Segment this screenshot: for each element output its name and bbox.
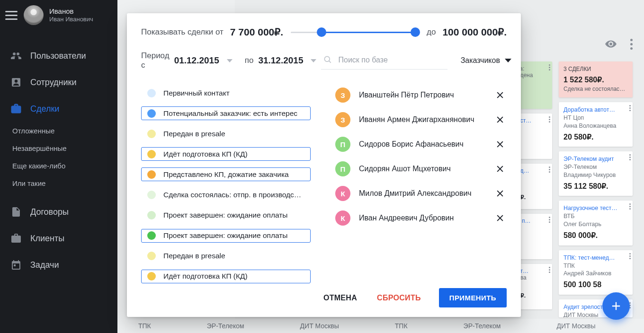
- stage-label: Представлено КП, дожатие закачика: [163, 170, 289, 179]
- period-to-label: по: [245, 56, 254, 65]
- deal-card[interactable]: Нагрузочное тест… ВТБ Олег Болтарь 580 0…: [559, 201, 633, 245]
- nav-tasks[interactable]: Задачи: [0, 252, 117, 278]
- card-more-icon[interactable]: [549, 217, 550, 223]
- person-row: ЗИванштейн Пётр Петрович: [335, 86, 505, 104]
- nav-clients[interactable]: Клиенты: [0, 225, 117, 252]
- search-input[interactable]: [321, 52, 447, 70]
- remove-person-icon[interactable]: [495, 164, 505, 174]
- sidebar-header: Иванов Иван Иванович: [0, 0, 117, 30]
- reset-button[interactable]: СБРОСИТЬ: [375, 289, 423, 307]
- user-last-name: Иванов: [49, 7, 93, 16]
- date-range-row: Период с 01.12.2015 по 31.12.2015: [141, 51, 316, 70]
- slider-thumb-from[interactable]: [318, 28, 325, 36]
- deal-owner: Олег Болтарь: [564, 220, 628, 228]
- stage-chip[interactable]: Проект завершен: ожидание оплаты: [141, 209, 311, 222]
- card-more-icon[interactable]: [549, 116, 550, 123]
- nav-tasks-label: Задачи: [30, 260, 59, 270]
- card-more-icon[interactable]: [549, 64, 550, 70]
- subnav-item-1[interactable]: Незавершённые: [0, 140, 117, 157]
- period-from-label: Период с: [141, 51, 170, 70]
- deal-owner: Анна Воложанцева: [564, 122, 628, 130]
- stage-label: Первичный контакт: [163, 89, 230, 97]
- slider-thumb-to[interactable]: [411, 28, 419, 36]
- subnav-item-2[interactable]: Еще какие-либо: [0, 157, 117, 175]
- stage-color-dot: [147, 130, 156, 138]
- deal-owner: Владимир Чикуров: [564, 171, 628, 179]
- stage-color-dot: [147, 191, 156, 199]
- deal-card[interactable]: ТПК: тест-менед… ТПК Андрей Зайчиков 500…: [559, 250, 633, 295]
- nav-users-label: Пользователи: [30, 51, 86, 61]
- stage-chip[interactable]: Идёт подготовка КП (КД): [141, 270, 311, 283]
- stage-chip[interactable]: Проект завершен: ожидание оплаты: [141, 229, 311, 243]
- stage-label: Потенциальный заказчик: есть интерес: [163, 109, 297, 118]
- fab-add[interactable]: [602, 292, 630, 320]
- stage-label: Передан в presale: [163, 130, 225, 138]
- remove-person-icon[interactable]: [495, 115, 505, 124]
- period-to-value[interactable]: 31.12.2015: [258, 55, 303, 66]
- apply-button[interactable]: ПРИМЕНИТЬ: [439, 288, 507, 307]
- svg-point-1: [15, 79, 18, 82]
- amount-slider[interactable]: [291, 26, 419, 39]
- card-more-icon[interactable]: [629, 154, 631, 160]
- person-icon: [10, 77, 22, 88]
- stage-chip[interactable]: Представлено КП, дожатие закачика: [141, 167, 311, 181]
- remove-person-icon[interactable]: [495, 213, 505, 223]
- nav-employees[interactable]: Сотрудники: [0, 69, 117, 96]
- search-row: Заказчиков: [321, 52, 511, 70]
- avatar[interactable]: [24, 5, 44, 25]
- person-row: ПСидоров Борис Афанасьевич: [335, 135, 505, 153]
- period-from-value[interactable]: 01.12.2015: [174, 55, 219, 66]
- footer-client: ДИТ Москвы: [556, 322, 595, 330]
- summary-card[interactable]: 3 СДЕЛКИ 1 522 580₽. Сделка не состоялас…: [559, 61, 633, 97]
- subnav-item-3[interactable]: Или такие: [0, 175, 117, 192]
- deal-card[interactable]: ЭР-Телеком аудит ЭР-Телеком Владимир Чик…: [559, 151, 633, 196]
- remove-person-icon[interactable]: [495, 90, 505, 100]
- chevron-down-icon[interactable]: [311, 59, 316, 62]
- stage-chip[interactable]: Сделка состоялась: отпр. в производство: [141, 188, 311, 202]
- stage-chip[interactable]: Передан в presale: [141, 249, 311, 263]
- amount-range-row: Показывать сделки от 7 700 000₽. до 100 …: [141, 26, 507, 39]
- person-row: ПСидорян Ашот Мцхетович: [335, 160, 505, 178]
- cards-column-6: 3 СДЕЛКИ 1 522 580₽. Сделка не состоялас…: [559, 61, 633, 317]
- card-more-icon[interactable]: [629, 203, 631, 210]
- person-name: Милов Дмитрий Александрович: [359, 189, 487, 198]
- subnav-item-0[interactable]: Отложенные: [0, 122, 117, 140]
- deal-amount: 35 112 580₽.: [564, 181, 628, 192]
- card-more-icon[interactable]: [549, 166, 550, 173]
- more-icon[interactable]: [630, 39, 633, 50]
- nav-users[interactable]: Пользователи: [0, 43, 117, 69]
- search-icon: [323, 55, 332, 67]
- footer-client: ДИТ Москвы: [300, 322, 339, 330]
- person-row: КМилов Дмитрий Александрович: [335, 184, 505, 202]
- deal-amount: 20 580₽.: [564, 132, 628, 142]
- nav-deals-subnav: Отложенные Незавершённые Еще какие-либо …: [0, 122, 117, 199]
- deal-client: ЭР-Телеком: [564, 163, 628, 171]
- person-avatar: З: [335, 112, 350, 127]
- stage-chip[interactable]: Передан в presale: [141, 127, 311, 140]
- card-more-icon[interactable]: [549, 267, 550, 273]
- deal-card[interactable]: Доработка автот… НТ Цоп Анна Воложанцева…: [559, 102, 633, 147]
- cancel-button[interactable]: ОТМЕНА: [322, 289, 359, 307]
- nav-deals[interactable]: Сделки: [0, 96, 117, 122]
- footer-client: ЭР-Телеком: [464, 322, 501, 330]
- search-target-select[interactable]: Заказчиков: [461, 56, 511, 65]
- hamburger-icon[interactable]: [5, 9, 18, 22]
- person-name: Иван Андреевич Дубровин: [359, 214, 487, 222]
- card-more-icon[interactable]: [629, 105, 631, 111]
- board-footer-clients: ТПК ЭР-Телеком ДИТ Москвы ТПК ЭР-Телеком…: [117, 319, 644, 333]
- stage-label: Передан в presale: [163, 252, 225, 260]
- search-field-wrap: [321, 52, 447, 70]
- stage-color-dot: [147, 231, 156, 240]
- svg-rect-2: [14, 264, 16, 266]
- chevron-down-icon[interactable]: [227, 59, 233, 62]
- card-more-icon[interactable]: [629, 253, 631, 259]
- stage-chip[interactable]: Потенциальный заказчик: есть интерес: [141, 106, 311, 120]
- stage-chip[interactable]: Первичный контакт: [141, 86, 311, 100]
- stage-chip[interactable]: Идёт подготовка КП (КД): [141, 147, 311, 161]
- remove-person-icon[interactable]: [495, 189, 505, 198]
- visibility-icon[interactable]: [605, 38, 617, 50]
- remove-person-icon[interactable]: [495, 140, 505, 149]
- nav-contracts[interactable]: Договоры: [0, 199, 117, 225]
- nav-contracts-label: Договоры: [30, 207, 69, 217]
- footer-client: ЭР-Телеком: [207, 322, 244, 330]
